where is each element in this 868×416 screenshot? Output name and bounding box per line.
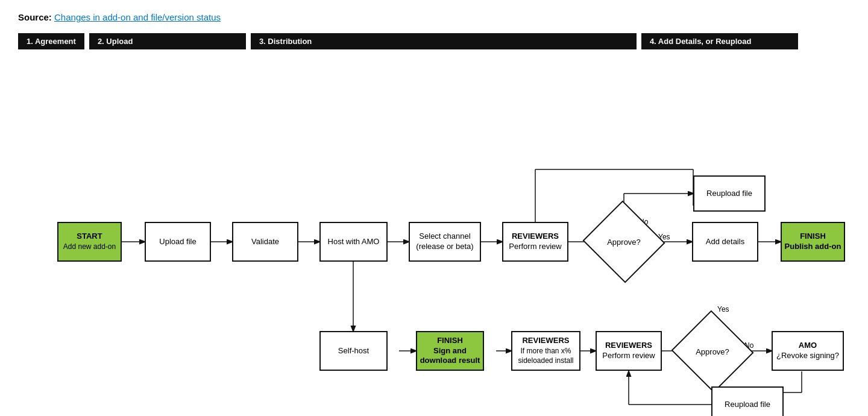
reupload-bottom-label: Reupload file	[725, 400, 770, 410]
amo-revoke-label: AMO¿Revoke signing?	[776, 341, 839, 361]
approve-top-diamond: Approve?	[594, 213, 654, 270]
start-box: STARTAdd new add-on	[57, 222, 122, 262]
source-prefix: Source:	[18, 12, 52, 22]
reviewers-sideload-label: REVIEWERSIf more than x%sideloaded insta…	[518, 336, 573, 367]
upload-file-box: Upload file	[145, 222, 211, 262]
reviewers-bottom-label: REVIEWERSPerform review	[602, 341, 655, 361]
finish-publish-box: FINISHPublish add-on	[781, 222, 845, 262]
reviewers-top-label: REVIEWERSPerform review	[509, 232, 561, 252]
approve-bottom-diamond: Approve?	[682, 323, 743, 380]
start-label: STARTAdd new add-on	[63, 232, 116, 252]
approve-bottom-diamond-shape	[671, 310, 753, 392]
finish-sign-label: FINISHSign anddownload result	[420, 336, 480, 367]
source-link[interactable]: Changes in add-on and file/version statu…	[54, 12, 221, 22]
upload-file-label: Upload file	[159, 237, 196, 247]
steps-bar: 1. Agreement 2. Upload 3. Distribution 4…	[18, 33, 850, 49]
reupload-bottom-box: Reupload file	[711, 386, 784, 416]
step-badge-4: 4. Add Details, or Reupload	[641, 33, 798, 49]
source-line: Source: Changes in add-on and file/versi…	[18, 12, 850, 22]
step-badge-1: 1. Agreement	[18, 33, 84, 49]
validate-box: Validate	[232, 222, 298, 262]
finish-sign-box: FINISHSign anddownload result	[416, 331, 484, 371]
reupload-top-box: Reupload file	[693, 175, 766, 212]
reviewers-bottom-box: REVIEWERSPerform review	[596, 331, 662, 371]
diagram: No Yes Yes No STARTAdd new add-on Upload…	[18, 64, 850, 414]
amo-revoke-box: AMO¿Revoke signing?	[772, 331, 844, 371]
select-channel-box: Select channel(release or beta)	[409, 222, 481, 262]
host-amo-label: Host with AMO	[328, 237, 380, 247]
add-details-label: Add details	[706, 237, 744, 247]
select-channel-label: Select channel(release or beta)	[416, 232, 473, 252]
label-yes-bottom: Yes	[717, 305, 729, 314]
page: Source: Changes in add-on and file/versi…	[0, 0, 868, 416]
host-amo-box: Host with AMO	[319, 222, 388, 262]
reviewers-top-box: REVIEWERSPerform review	[502, 222, 568, 262]
self-host-label: Self-host	[338, 346, 369, 356]
add-details-box: Add details	[692, 222, 758, 262]
step-badge-2: 2. Upload	[89, 33, 246, 49]
approve-top-diamond-shape	[582, 200, 665, 283]
reviewers-sideload-box: REVIEWERSIf more than x%sideloaded insta…	[511, 331, 580, 371]
self-host-box: Self-host	[319, 331, 388, 371]
step-badge-3: 3. Distribution	[251, 33, 637, 49]
reupload-top-label: Reupload file	[706, 189, 752, 199]
finish-publish-label: FINISHPublish add-on	[785, 232, 841, 252]
validate-label: Validate	[251, 237, 279, 247]
